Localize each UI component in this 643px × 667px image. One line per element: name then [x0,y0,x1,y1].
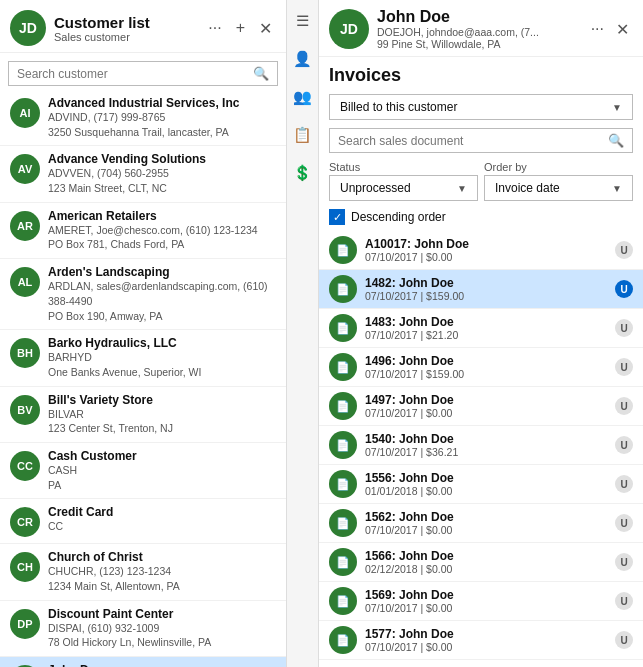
invoice-badge: U [615,514,633,532]
order-by-value: Invoice date [495,181,560,195]
customer-avatar: AL [10,267,40,297]
invoice-info: 1540: John Doe 07/10/2017 | $36.21 [365,432,615,458]
person-icon[interactable]: 👤 [289,46,316,72]
search-document-bar: 🔍 [329,128,633,153]
right-panel: JD John Doe DOEJOH, johndoe@aaa.com, (7.… [319,0,643,667]
customer-avatar: CR [10,507,40,537]
invoice-detail: 07/10/2017 | $0.00 [365,407,615,419]
customer-info: Bill's Variety Store BILVAR123 Center St… [48,393,276,436]
search-icon: 🔍 [253,66,269,81]
invoice-name: 1497: John Doe [365,393,615,407]
customer-list-item[interactable]: AL Arden's Landscaping ARDLAN, sales@ard… [0,259,286,330]
customer-list-item[interactable]: BH Barko Hydraulics, LLC BARHYDOne Banks… [0,330,286,386]
invoice-list-item[interactable]: 📄 1482: John Doe 07/10/2017 | $159.00 U [319,270,643,309]
invoice-list-item[interactable]: 📄 1577: John Doe 07/10/2017 | $0.00 U [319,621,643,660]
invoice-list-item[interactable]: 📄 1566: John Doe 02/12/2018 | $0.00 U [319,543,643,582]
invoice-list-item[interactable]: 📄 1496: John Doe 07/10/2017 | $159.00 U [319,348,643,387]
customer-list-item[interactable]: JD John Doe DOEJOH, johndoe@aaa.com, (71… [0,657,286,667]
customer-detail: BARHYDOne Banks Avenue, Superior, WI [48,350,276,379]
customer-name: American Retailers [48,209,276,223]
left-close-button[interactable]: ✕ [255,17,276,40]
invoice-badge: U [615,475,633,493]
search-document-input[interactable] [338,134,608,148]
order-by-filter: Order by Invoice date ▼ [484,161,633,201]
right-header: JD John Doe DOEJOH, johndoe@aaa.com, (7.… [319,0,643,57]
dollar-icon[interactable]: 💲 [289,160,316,186]
invoice-list-item[interactable]: 📄 1556: John Doe 01/01/2018 | $0.00 U [319,465,643,504]
customer-list-item[interactable]: DP Discount Paint Center DISPAI, (610) 9… [0,601,286,657]
invoice-name: 1496: John Doe [365,354,615,368]
search-customer-bar: 🔍 [8,61,278,86]
customer-list-item[interactable]: BV Bill's Variety Store BILVAR123 Center… [0,387,286,443]
right-header-text: John Doe DOEJOH, johndoe@aaa.com, (7... … [377,8,587,50]
invoice-list-item[interactable]: 📄 1497: John Doe 07/10/2017 | $0.00 U [319,387,643,426]
invoice-detail: 02/12/2018 | $0.00 [365,563,615,575]
customer-detail: ADVIND, (717) 999-87653250 Susquehanna T… [48,110,276,139]
left-header-text: Customer list Sales customer [54,14,204,43]
invoice-icon: 📄 [329,509,357,537]
invoice-badge: U [615,319,633,337]
customer-name: Arden's Landscaping [48,265,276,279]
left-add-button[interactable]: + [232,17,249,39]
customer-avatar: AR [10,211,40,241]
invoice-name: A10017: John Doe [365,237,615,251]
invoice-detail: 07/10/2017 | $159.00 [365,368,615,380]
left-header-actions: ··· + ✕ [204,17,276,40]
invoice-badge: U [615,280,633,298]
invoice-detail: 07/10/2017 | $0.00 [365,602,615,614]
billed-to-dropdown[interactable]: Billed to this customer ▼ [329,94,633,120]
customer-avatar: AI [10,98,40,128]
customer-name: Discount Paint Center [48,607,276,621]
descending-checkbox[interactable]: ✓ [329,209,345,225]
document-icon[interactable]: 📋 [289,122,316,148]
invoice-icon: 📄 [329,275,357,303]
invoice-list-item[interactable]: 📄 1483: John Doe 07/10/2017 | $21.20 U [319,309,643,348]
search-customer-input[interactable] [17,67,253,81]
status-arrow: ▼ [457,183,467,194]
customer-info: Church of Christ CHUCHR, (123) 123-12341… [48,550,276,593]
filter-controls: Status Unprocessed ▼ Order by Invoice da… [319,157,643,205]
right-more-button[interactable]: ··· [587,18,608,40]
left-more-button[interactable]: ··· [204,17,225,39]
right-close-button[interactable]: ✕ [612,18,633,41]
customer-avatar: CH [10,552,40,582]
invoice-name: 1540: John Doe [365,432,615,446]
invoice-info: 1496: John Doe 07/10/2017 | $159.00 [365,354,615,380]
customer-list-panel: JD Customer list Sales customer ··· + ✕ … [0,0,287,667]
invoice-list-item[interactable]: 📄 1540: John Doe 07/10/2017 | $36.21 U [319,426,643,465]
customer-avatar: DP [10,609,40,639]
customer-list-item[interactable]: CH Church of Christ CHUCHR, (123) 123-12… [0,544,286,600]
customer-avatar: BH [10,338,40,368]
invoice-info: 1497: John Doe 07/10/2017 | $0.00 [365,393,615,419]
invoice-list-item[interactable]: 📄 1569: John Doe 07/10/2017 | $0.00 U [319,582,643,621]
invoice-name: 1483: John Doe [365,315,615,329]
customer-info: John Doe DOEJOH, johndoe@aaa.com, (717) … [48,663,276,667]
billed-to-filter: Billed to this customer ▼ [319,90,643,124]
customer-info: Advance Vending Solutions ADVVEN, (704) … [48,152,276,195]
status-value: Unprocessed [340,181,411,195]
customer-list-item[interactable]: AV Advance Vending Solutions ADVVEN, (70… [0,146,286,202]
right-customer-id: DOEJOH, johndoe@aaa.com, (7... [377,26,587,38]
order-by-dropdown[interactable]: Invoice date ▼ [484,175,633,201]
customer-list: AI Advanced Industrial Services, Inc ADV… [0,90,286,667]
customer-name: Barko Hydraulics, LLC [48,336,276,350]
customer-list-item[interactable]: CC Cash Customer CASHPA [0,443,286,499]
descending-label: Descending order [351,210,446,224]
status-label: Status [329,161,478,173]
left-header: JD Customer list Sales customer ··· + ✕ [0,0,286,53]
people-icon[interactable]: 👥 [289,84,316,110]
order-by-arrow: ▼ [612,183,622,194]
invoice-badge: U [615,592,633,610]
customer-list-item[interactable]: AI Advanced Industrial Services, Inc ADV… [0,90,286,146]
customer-list-item[interactable]: CR Credit Card CC [0,499,286,544]
customer-list-item[interactable]: AR American Retailers AMERET, Joe@chesco… [0,203,286,259]
status-dropdown[interactable]: Unprocessed ▼ [329,175,478,201]
invoice-badge: U [615,553,633,571]
customer-info: Barko Hydraulics, LLC BARHYDOne Banks Av… [48,336,276,379]
invoice-list: 📄 A10017: John Doe 07/10/2017 | $0.00 U … [319,231,643,667]
invoice-detail: 07/10/2017 | $0.00 [365,641,615,653]
invoice-badge: U [615,358,633,376]
menu-icon[interactable]: ☰ [292,8,313,34]
invoice-list-item[interactable]: 📄 A10017: John Doe 07/10/2017 | $0.00 U [319,231,643,270]
invoice-list-item[interactable]: 📄 1562: John Doe 07/10/2017 | $0.00 U [319,504,643,543]
